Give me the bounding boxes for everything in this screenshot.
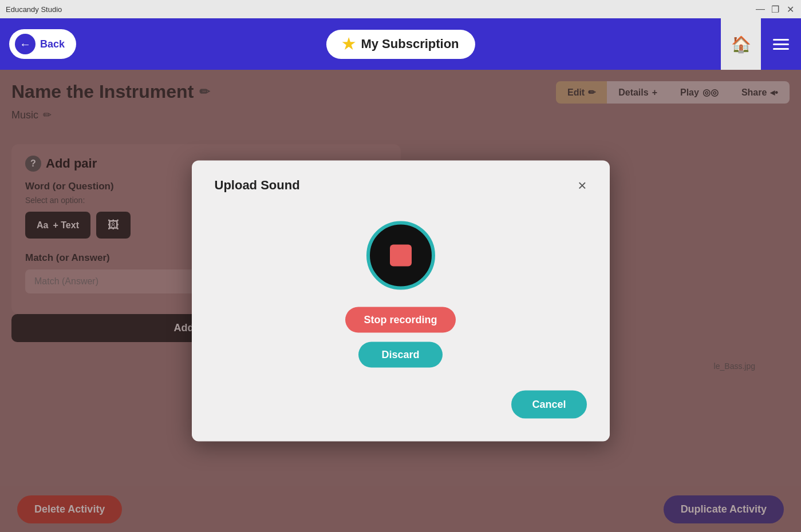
menu-line-3 (773, 48, 789, 50)
stop-square-icon (390, 245, 412, 267)
modal-close-button[interactable]: × (578, 178, 586, 193)
page-content: Name the Instrument ✏ Music ✏ Edit ✏ Det… (0, 70, 801, 532)
app-title: Educandy Studio (6, 5, 62, 14)
back-label: Back (40, 38, 65, 50)
modal-title: Upload Sound (215, 178, 300, 193)
subscription-label: My Subscription (361, 37, 459, 51)
modal-body: Stop recording Discard (215, 210, 587, 374)
subscription-button[interactable]: ★ My Subscription (326, 30, 475, 59)
cancel-button[interactable]: Cancel (511, 391, 586, 419)
back-arrow-icon: ← (15, 34, 35, 54)
window-controls: — ❐ ✕ (755, 4, 795, 14)
maximize-button[interactable]: ❐ (770, 4, 780, 14)
star-icon: ★ (342, 35, 355, 53)
stop-recording-button[interactable]: Stop recording (345, 307, 455, 333)
home-icon: 🏠 (731, 35, 751, 54)
modal-footer: Cancel (215, 391, 587, 419)
menu-line-1 (773, 39, 789, 41)
cancel-label: Cancel (532, 399, 566, 410)
discard-button[interactable]: Discard (358, 342, 442, 368)
upload-sound-modal: Upload Sound × Stop recording Discard Ca… (192, 161, 610, 442)
stop-recording-label: Stop recording (364, 314, 437, 325)
modal-header: Upload Sound × (215, 178, 587, 193)
close-button[interactable]: ✕ (785, 4, 795, 14)
close-icon: × (578, 177, 586, 194)
menu-line-2 (773, 43, 789, 45)
back-button[interactable]: ← Back (9, 29, 76, 59)
header: ← Back ★ My Subscription 🏠 (0, 18, 801, 70)
menu-button[interactable] (761, 18, 801, 70)
record-button[interactable] (366, 221, 435, 290)
minimize-button[interactable]: — (755, 4, 766, 14)
header-right: 🏠 (721, 18, 801, 70)
home-button[interactable]: 🏠 (721, 18, 761, 70)
title-bar: Educandy Studio — ❐ ✕ (0, 0, 801, 18)
discard-label: Discard (381, 349, 419, 360)
